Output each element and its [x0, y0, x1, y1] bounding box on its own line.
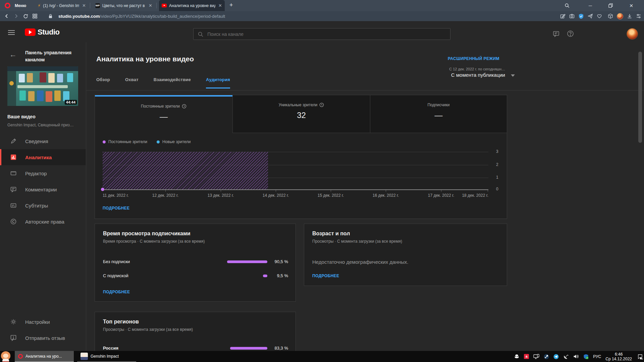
clock-icon	[182, 104, 186, 109]
sidebar-item-analytics[interactable]: Аналитика	[0, 149, 86, 165]
browser-profile-avatar[interactable]	[617, 13, 623, 19]
empty-data-message: Недостаточно демографических данных.	[312, 259, 408, 265]
forward-button[interactable]	[11, 14, 21, 18]
sidebar-item-subtitles[interactable]: Субтитры	[0, 197, 86, 214]
snapshot-camera-icon[interactable]	[569, 13, 575, 19]
taskbar-clock[interactable]: 6:46 Ср 14.12.2022	[605, 352, 632, 361]
tab-reach[interactable]: Охват	[125, 77, 139, 88]
audience-line-chart[interactable]	[103, 150, 488, 190]
pencil-icon	[10, 138, 17, 144]
tab-title: Цветы, что не растут в Ge	[102, 3, 146, 8]
advanced-mode-link[interactable]: РАСШИРЕННЫЙ РЕЖИМ	[448, 56, 499, 61]
studio-logo[interactable]: Studio	[25, 28, 59, 37]
analytics-icon	[10, 154, 17, 161]
tab-close-icon[interactable]: ✕	[218, 3, 222, 8]
adblock-shield-icon[interactable]	[578, 13, 584, 19]
card-title: Топ регионов	[103, 319, 287, 325]
edit-pencil-icon[interactable]	[560, 13, 566, 19]
paper-plane-icon[interactable]	[588, 13, 593, 19]
help-icon[interactable]	[567, 30, 574, 37]
x-tick-label: 12 дек. 2022 г.	[145, 193, 185, 198]
amd-radeon-tray-icon[interactable]: a	[524, 354, 529, 359]
window-minimize-button[interactable]: ─	[584, 0, 597, 11]
new-tab-button[interactable]: +	[229, 2, 233, 9]
action-center-icon[interactable]	[638, 354, 643, 359]
x-tick-label: 16 дек. 2022 г.	[366, 193, 406, 198]
feedback-exclaim-icon	[10, 335, 17, 341]
sidebar-item-comments[interactable]: Комментарии	[0, 181, 86, 197]
telegram-tray-icon[interactable]	[553, 354, 559, 359]
video-thumbnail[interactable]: 44:44	[7, 66, 78, 106]
tab-title: (1) /vg/ - Genshin Impact #	[43, 3, 79, 8]
feedback-icon[interactable]	[553, 31, 559, 37]
browser-tab-2[interactable]: WP Цветы, что не растут в Ge ✕	[93, 0, 155, 11]
taskbar-task-genshin[interactable]: Genshin Impact	[77, 351, 136, 362]
taskbar-task-opera[interactable]: Аналитика на уро...	[15, 351, 74, 362]
security-shield-tray-icon[interactable]	[583, 354, 589, 359]
bar-row: Без подписки 90,5 %	[103, 259, 288, 264]
x-tick-label: 11 дек. 2022 г.	[103, 193, 129, 198]
reload-button[interactable]	[21, 14, 30, 19]
extensions-cube-icon[interactable]	[608, 13, 613, 19]
steam-tray-icon[interactable]	[544, 354, 549, 359]
metric-returning-viewers[interactable]: Постоянные зрители —	[95, 95, 232, 133]
studio-brand-text: Studio	[38, 28, 59, 37]
see-more-link[interactable]: ПОДРОБНЕЕ	[103, 290, 130, 294]
see-more-link[interactable]: ПОДРОБНЕЕ	[312, 274, 339, 278]
tab-close-icon[interactable]: ✕	[82, 3, 86, 8]
tab-audience[interactable]: Аудитория	[206, 77, 230, 88]
url-text[interactable]: studio.youtube.com/video/PpJbYVUZ9kk/ana…	[58, 14, 225, 19]
back-to-dashboard-link[interactable]: Панель управления каналом	[25, 49, 79, 63]
start-button-anime-icon[interactable]	[0, 351, 12, 362]
page-scrollbar[interactable]	[638, 52, 642, 143]
window-close-button[interactable]: ✕	[625, 0, 638, 11]
speed-dial-icon[interactable]	[30, 14, 40, 18]
window-restore-button[interactable]	[604, 0, 617, 11]
chart-legend: Постоянные зрители Новые зрители	[103, 139, 191, 144]
see-more-link[interactable]: ПОДРОБНЕЕ	[103, 206, 129, 210]
sidebar-item-send-feedback[interactable]: Отправить отзыв	[0, 330, 86, 346]
sidebar-item-details[interactable]: Сведения	[0, 133, 86, 149]
settings-sliders-icon[interactable]	[636, 13, 641, 19]
channel-search-box[interactable]	[193, 28, 450, 40]
channel-avatar[interactable]	[627, 28, 638, 40]
metric-unique-viewers[interactable]: Уникальные зрители 32	[233, 95, 370, 133]
period-caret-icon[interactable]	[511, 74, 515, 77]
satellite-dish-tray-icon[interactable]	[563, 354, 569, 359]
browser-tab-3-active[interactable]: Аналитика на уровне вид ✕	[159, 0, 225, 11]
sidebar-item-editor[interactable]: Редактор	[0, 165, 86, 181]
tab-close-icon[interactable]: ✕	[149, 3, 152, 8]
period-selector[interactable]: С 12 дек. 2022 г. по сегодняшн… С момент…	[429, 67, 505, 78]
tab-title: Аналитика на уровне вид	[169, 3, 215, 8]
legend-returning-viewers[interactable]: Постоянные зрители	[103, 139, 147, 144]
metric-subscribers[interactable]: Подписчики —	[370, 95, 507, 133]
watch-time-card: Время просмотра подписчиками Время просм…	[95, 224, 296, 302]
search-icon	[198, 31, 203, 37]
sidebar-item-settings[interactable]: Настройки	[0, 314, 86, 330]
opera-menu-button[interactable]	[5, 3, 10, 8]
discord-tray-icon[interactable]	[514, 354, 520, 359]
tab-overview[interactable]: Обзор	[96, 77, 110, 88]
devices-monitor-tray-icon[interactable]	[533, 354, 539, 359]
volume-tray-icon[interactable]	[573, 354, 579, 359]
hamburger-menu-icon[interactable]	[8, 29, 15, 36]
thumbnail-art	[7, 66, 78, 71]
youtube-favicon-icon	[162, 4, 167, 7]
back-arrow-icon[interactable]: ←	[9, 50, 17, 59]
browser-tab-1[interactable]: ⚡ (1) /vg/ - Genshin Impact # ✕	[35, 0, 89, 11]
purple-bar	[227, 260, 267, 263]
tab-engagement[interactable]: Взаимодействие	[154, 77, 191, 88]
heart-icon[interactable]	[597, 13, 602, 19]
studio-header: Studio СОЗДАТЬ	[0, 21, 644, 42]
language-indicator[interactable]: РУС	[593, 354, 601, 359]
downloads-icon[interactable]	[627, 13, 632, 19]
opera-menu-label[interactable]: Меню	[15, 3, 26, 8]
sidebar-item-copyright[interactable]: Авторские права	[0, 214, 86, 230]
back-button[interactable]	[2, 14, 11, 18]
browser-tab-bar: Меню ⚡ (1) /vg/ - Genshin Impact # ✕ WP …	[0, 0, 644, 11]
search-input[interactable]	[207, 32, 446, 37]
lock-icon[interactable]	[46, 14, 55, 18]
card-title: Время просмотра подписчиками	[103, 231, 287, 237]
legend-new-viewers[interactable]: Новые зрители	[157, 139, 191, 144]
browser-search-icon[interactable]	[560, 0, 574, 11]
